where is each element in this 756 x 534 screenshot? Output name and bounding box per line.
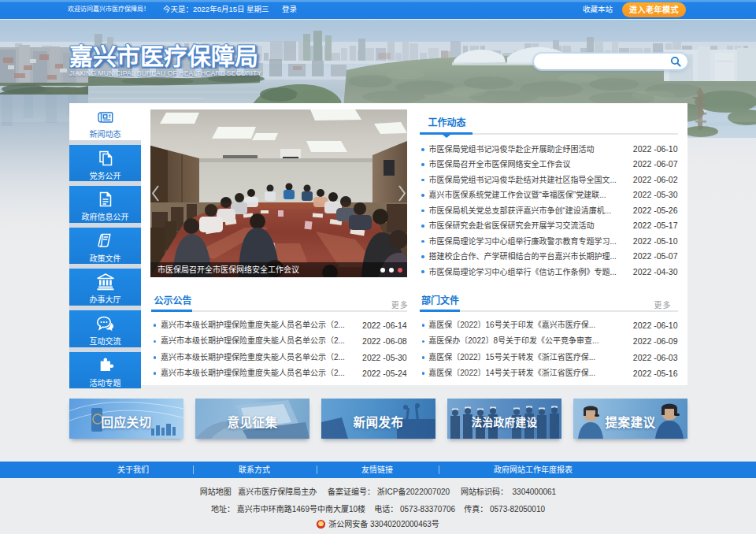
- svg-text:嘉兴市医疗保障局: 嘉兴市医疗保障局: [69, 43, 258, 69]
